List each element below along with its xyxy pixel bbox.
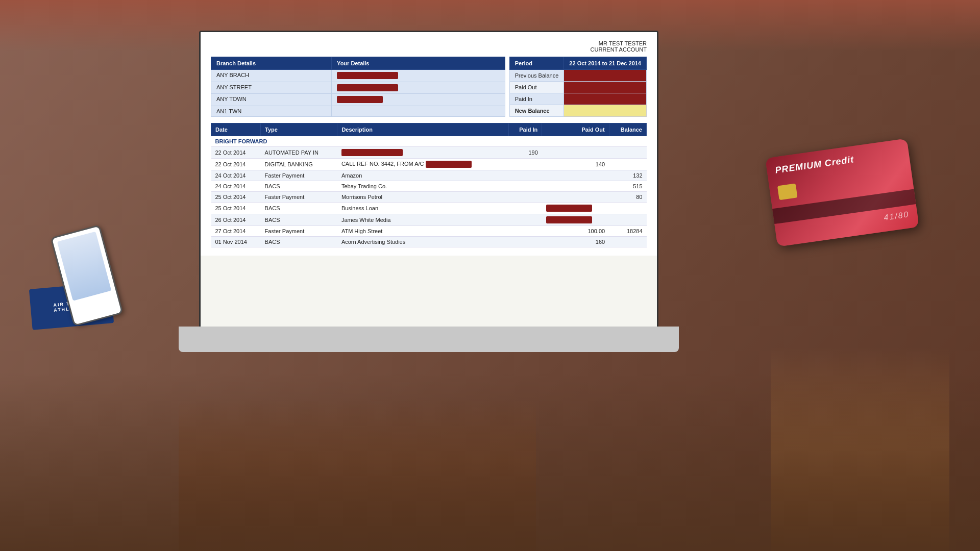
trans-type-0: AUTOMATED PAY IN — [261, 147, 337, 159]
branch-line1: ANY BRACH — [211, 70, 332, 82]
trans-date-5: 25 Oct 2014 — [211, 203, 261, 214]
bright-forward-label: BRIGHT FORWARD — [211, 136, 647, 147]
trans-header-row: Date Type Description Paid In Paid Out B… — [211, 123, 647, 136]
person-bottom-overlay — [0, 372, 980, 551]
address-row-4: AN1 TWN — [211, 106, 505, 117]
paid-out-label: Paid Out — [509, 82, 564, 93]
paid-out-row: Paid Out — [509, 82, 646, 93]
new-balance-label: New Balance — [509, 105, 564, 117]
trans-date-3: 24 Oct 2014 — [211, 181, 261, 192]
address-row-3: ANY TOWN — [211, 94, 505, 106]
transactions-table: Date Type Description Paid In Paid Out B… — [211, 123, 647, 247]
table-row: 01 Nov 2014 BACS Acorn Advertising Studi… — [211, 237, 647, 247]
trans-balance-8 — [609, 237, 646, 247]
trans-type-3: BACS — [261, 181, 337, 192]
trans-paidout-4 — [542, 192, 609, 203]
summary-table: Period 22 Oct 2014 to 21 Dec 2014 Previo… — [509, 57, 647, 117]
laptop-body — [179, 327, 679, 352]
your-details-row4 — [332, 106, 505, 117]
trans-paidout-7: 100.00 — [542, 226, 609, 237]
trans-type-6: BACS — [261, 214, 337, 226]
table-row: 22 Oct 2014 DIGITAL BANKING CALL REF NO.… — [211, 159, 647, 170]
trans-type-1: DIGITAL BANKING — [261, 159, 337, 170]
paid-in-row: Paid In — [509, 93, 646, 105]
new-balance-value — [564, 105, 647, 117]
trans-date-1: 22 Oct 2014 — [211, 159, 261, 170]
paid-in-label: Paid In — [509, 93, 564, 105]
phone-screen — [57, 232, 111, 301]
credit-card-chip — [777, 184, 798, 201]
trans-paidin-7 — [508, 226, 542, 237]
top-section: Branch Details Your Details ANY BRACH AN… — [211, 57, 647, 117]
trans-paidin-0: 190 — [508, 147, 542, 159]
account-type: CURRENT ACCOUNT — [211, 46, 647, 53]
trans-desc-7: ATM High Street — [337, 226, 508, 237]
period-value: 22 Oct 2014 to 21 Dec 2014 — [564, 57, 647, 70]
trans-desc-3: Tebay Trading Co. — [337, 181, 508, 192]
trans-balance-3: 515 — [609, 181, 646, 192]
account-name: MR TEST TESTER — [211, 40, 647, 46]
redacted-detail1 — [337, 72, 398, 79]
trans-date-7: 27 Oct 2014 — [211, 226, 261, 237]
redacted-1 — [426, 161, 472, 168]
table-row: 22 Oct 2014 AUTOMATED PAY IN 190 — [211, 147, 647, 159]
trans-date-4: 25 Oct 2014 — [211, 192, 261, 203]
trans-balance-5 — [609, 203, 646, 214]
paid-in-value — [564, 93, 647, 105]
trans-paidin-4 — [508, 192, 542, 203]
trans-balance-1 — [609, 159, 646, 170]
paid-out-header: Paid Out — [542, 123, 609, 136]
address-row-2: ANY STREET — [211, 82, 505, 94]
your-details-header: Your Details — [332, 57, 505, 70]
trans-paidin-5 — [508, 203, 542, 214]
previous-balance-row: Previous Balance — [509, 70, 646, 82]
account-header: MR TEST TESTER CURRENT ACCOUNT — [211, 40, 647, 53]
trans-balance-4: 80 — [609, 192, 646, 203]
table-row: 26 Oct 2014 BACS James White Media — [211, 214, 647, 226]
trans-desc-8: Acorn Advertising Studies — [337, 237, 508, 247]
new-balance-row: New Balance — [509, 105, 646, 117]
trans-desc-4: Morrisons Petrol — [337, 192, 508, 203]
your-details-row2 — [332, 82, 505, 94]
trans-paidin-6 — [508, 214, 542, 226]
period-header: Period — [509, 57, 564, 70]
trans-paidout-5 — [542, 203, 609, 214]
table-row: 24 Oct 2014 BACS Tebay Trading Co. 515 — [211, 181, 647, 192]
branch-details-header: Branch Details — [211, 57, 332, 70]
paid-in-header: Paid In — [508, 123, 542, 136]
trans-paidout-6 — [542, 214, 609, 226]
redacted-6 — [546, 216, 592, 223]
trans-balance-2: 132 — [609, 170, 646, 181]
trans-type-2: Faster Payment — [261, 170, 337, 181]
trans-date-8: 01 Nov 2014 — [211, 237, 261, 247]
date-header: Date — [211, 123, 261, 136]
trans-desc-0 — [337, 147, 508, 159]
trans-type-4: Faster Payment — [261, 192, 337, 203]
info-table: Branch Details Your Details ANY BRACH AN… — [211, 57, 505, 117]
laptop-screen: MR TEST TESTER CURRENT ACCOUNT Branch De… — [199, 31, 658, 332]
trans-paidout-8: 160 — [542, 237, 609, 247]
trans-date-6: 26 Oct 2014 — [211, 214, 261, 226]
redacted-detail2 — [337, 84, 398, 91]
trans-date-2: 24 Oct 2014 — [211, 170, 261, 181]
trans-date-0: 22 Oct 2014 — [211, 147, 261, 159]
trans-type-8: BACS — [261, 237, 337, 247]
previous-balance-value — [564, 70, 647, 82]
bank-statement: MR TEST TESTER CURRENT ACCOUNT Branch De… — [201, 32, 657, 256]
branch-line3: ANY TOWN — [211, 94, 332, 106]
trans-paidout-2 — [542, 170, 609, 181]
table-row: 24 Oct 2014 Faster Payment Amazon 132 — [211, 170, 647, 181]
trans-paidout-3 — [542, 181, 609, 192]
credit-card-number: 41/80 — [883, 210, 910, 222]
branch-line4: AN1 TWN — [211, 106, 332, 117]
trans-balance-0 — [609, 147, 646, 159]
redacted-detail3 — [337, 96, 383, 103]
trans-type-7: Faster Payment — [261, 226, 337, 237]
trans-balance-6 — [609, 214, 646, 226]
trans-desc-5: Business Loan — [337, 203, 508, 214]
your-details-row3 — [332, 94, 505, 106]
trans-desc-6: James White Media — [337, 214, 508, 226]
trans-paidin-1 — [508, 159, 542, 170]
trans-paidout-0 — [542, 147, 609, 159]
trans-paidin-3 — [508, 181, 542, 192]
